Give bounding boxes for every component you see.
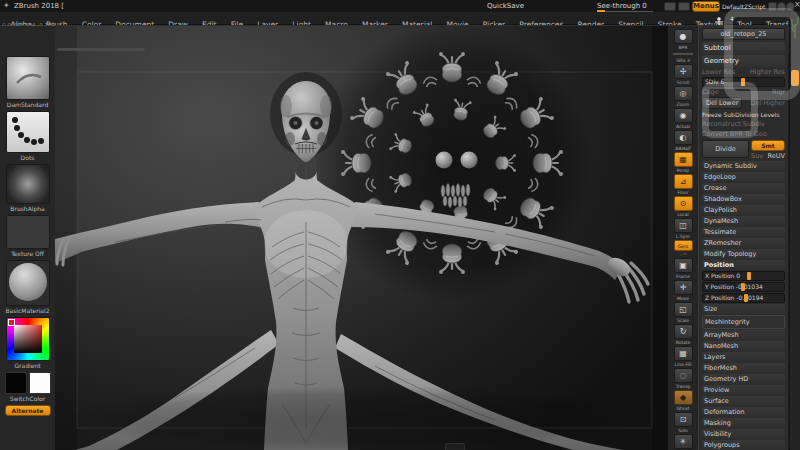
zscript-button[interactable]: DefaultZScript	[722, 3, 765, 10]
actual-button[interactable]: ◉ Actual	[668, 108, 698, 129]
color-picker[interactable]	[6, 317, 50, 361]
frame-icon: ▣	[679, 262, 687, 270]
section-size[interactable]: Size	[702, 304, 785, 314]
frame-button[interactable]: ▣ Frame	[668, 258, 698, 279]
del-higher-button[interactable]: Del Higher	[751, 99, 786, 107]
section-geometry-hd[interactable]: Geometry HD	[702, 374, 785, 384]
main-color-swatch[interactable]	[5, 372, 27, 394]
z-position-handle[interactable]	[744, 294, 748, 302]
reuv-button[interactable]: ReUV	[768, 152, 785, 160]
section-polygroups[interactable]: Polygroups	[702, 440, 785, 450]
section-fibermesh[interactable]: FiberMesh	[702, 363, 785, 373]
current-stroke-type-button[interactable]	[6, 111, 50, 153]
y-position-slider[interactable]: Y Position -0.01034	[702, 282, 785, 292]
current-material-thumb[interactable]	[6, 260, 50, 306]
persp-button[interactable]: ▦ Persp	[668, 152, 698, 173]
lock-icon[interactable]	[777, 2, 786, 11]
app-title: ZBrush 2018 [	[14, 2, 64, 10]
tray-scroll-handle[interactable]	[791, 70, 799, 86]
scroll-button[interactable]: ✢ Scroll	[668, 64, 698, 85]
sv-square[interactable]	[14, 325, 42, 353]
secondary-color-swatch[interactable]	[29, 372, 51, 394]
brush-name: DamStandard	[0, 101, 55, 108]
gyro-scale-button[interactable]: ◱ Scale	[668, 302, 698, 323]
ghost-button[interactable]: ◆ Ghost	[668, 390, 698, 411]
y-position-handle[interactable]	[741, 283, 745, 291]
menus-button[interactable]: Menus	[692, 1, 720, 12]
section-crease[interactable]: Crease	[702, 183, 785, 193]
cage-button[interactable]: Cage	[702, 88, 719, 96]
section-arraymesh[interactable]: ArrayMesh	[702, 330, 785, 340]
xpose-button[interactable]: ✳ Xpose	[668, 434, 698, 450]
transp-button[interactable]: ◌ Transp	[668, 368, 698, 389]
higher-res-button[interactable]: Higher Res	[750, 68, 785, 76]
close-window-button[interactable]: ×	[794, 0, 800, 9]
mesh-integrity-box[interactable]: MeshIntegrity	[702, 315, 785, 329]
lsym-button[interactable]: ◫ L.Sym	[668, 218, 698, 239]
geo-button[interactable]: Geo ○ ⊕	[668, 240, 698, 257]
current-texture-button[interactable]	[6, 215, 50, 249]
section-deformation[interactable]: Deformation	[702, 407, 785, 417]
section-visibility[interactable]: Visibility	[702, 429, 785, 439]
tool-figure-badge: 4	[714, 13, 744, 24]
gyro-rotate-button[interactable]: ↻ Rotate	[668, 324, 698, 345]
gyro-move-label: Move	[677, 296, 689, 301]
section-surface[interactable]: Surface	[702, 396, 785, 406]
linefill-button[interactable]: ▦ Line Fill	[668, 346, 698, 367]
section-tessimate[interactable]: Tessimate	[702, 227, 785, 237]
spix-slider[interactable]: SPix 3	[668, 51, 698, 63]
sdiv-slider[interactable]: SDiv 6	[702, 77, 785, 87]
current-tool-button[interactable]: old_retopo_25	[702, 28, 785, 40]
aahalf-button[interactable]: ◐ AAHalf	[668, 130, 698, 151]
x-position-slider[interactable]: X Position 0	[702, 271, 785, 281]
toggle-pill-1-icon[interactable]	[664, 2, 676, 11]
x-position-handle[interactable]	[747, 272, 751, 280]
section-position[interactable]: Position	[702, 260, 785, 270]
section-layers[interactable]: Layers	[702, 352, 785, 362]
floor-button[interactable]: ⊿ Floor	[668, 174, 698, 195]
alternate-button[interactable]: Alternate	[5, 405, 51, 416]
local-button[interactable]: ⊙ Local	[668, 196, 698, 217]
lightbox-resize-handle[interactable]	[57, 48, 145, 51]
section-masking[interactable]: Masking	[702, 418, 785, 428]
section-preview[interactable]: Preview	[702, 385, 785, 395]
current-brush-button[interactable]	[6, 56, 50, 100]
section-nanomesh[interactable]: NanoMesh	[702, 341, 785, 351]
reconstruct-subdiv-button[interactable]: Reconstruct Subdiv	[702, 120, 785, 128]
convert-bpr-button[interactable]: Convert BPR To Geo	[702, 130, 785, 138]
xpose-icon: ✳	[680, 438, 687, 446]
subtool-section-header[interactable]: Subtool	[702, 42, 785, 54]
section-dynamesh[interactable]: DynaMesh	[702, 216, 785, 226]
rigr-button[interactable]: Rigr	[772, 88, 785, 96]
lower-res-button[interactable]: Lower Res	[702, 68, 735, 76]
section-shadowbox[interactable]: ShadowBox	[702, 194, 785, 204]
section-modify-topology[interactable]: Modify Topology	[702, 249, 785, 259]
z-position-label: Z Position -0.00194	[705, 294, 763, 301]
solo-icon: ⊡	[680, 416, 687, 424]
section-dynamic-subdiv[interactable]: Dynamic Subdiv	[702, 161, 785, 171]
stroke-name: Dots	[0, 154, 55, 161]
del-lower-button[interactable]: Del Lower	[702, 97, 742, 109]
divide-button[interactable]: Divide	[702, 140, 749, 158]
z-position-slider[interactable]: Z Position -0.00194	[702, 293, 785, 303]
x-position-label: X Position 0	[705, 272, 740, 279]
gyro-move-button[interactable]: ✛ Move	[668, 280, 698, 301]
toggle-pill-2-icon[interactable]	[678, 2, 690, 11]
solo-button[interactable]: ⊡ Solo	[668, 412, 698, 433]
section-zremesher[interactable]: ZRemesher	[702, 238, 785, 248]
bottom-tray-handle[interactable]	[445, 443, 465, 450]
suv-toggle[interactable]: Suv	[751, 152, 763, 160]
see-through-slider[interactable]: See-through 0	[597, 2, 647, 10]
geometry-section-header[interactable]: Geometry	[702, 55, 785, 67]
viewport-canvas[interactable]	[55, 26, 668, 450]
sdiv-handle[interactable]	[741, 78, 745, 86]
current-alpha-button[interactable]	[6, 164, 50, 204]
zoom-button[interactable]: ◎ Zoom	[668, 86, 698, 107]
bpr-button[interactable]: ● BPR	[668, 29, 698, 50]
quicksave-button[interactable]: QuickSave	[487, 2, 524, 10]
hand-cursor-icon[interactable]	[768, 2, 777, 11]
smt-toggle[interactable]: Smt	[751, 140, 785, 151]
freeze-subdiv-button[interactable]: Freeze SubDivision Levels	[702, 111, 785, 118]
section-edgeloop[interactable]: EdgeLoop	[702, 172, 785, 182]
section-claypolish[interactable]: ClayPolish	[702, 205, 785, 215]
